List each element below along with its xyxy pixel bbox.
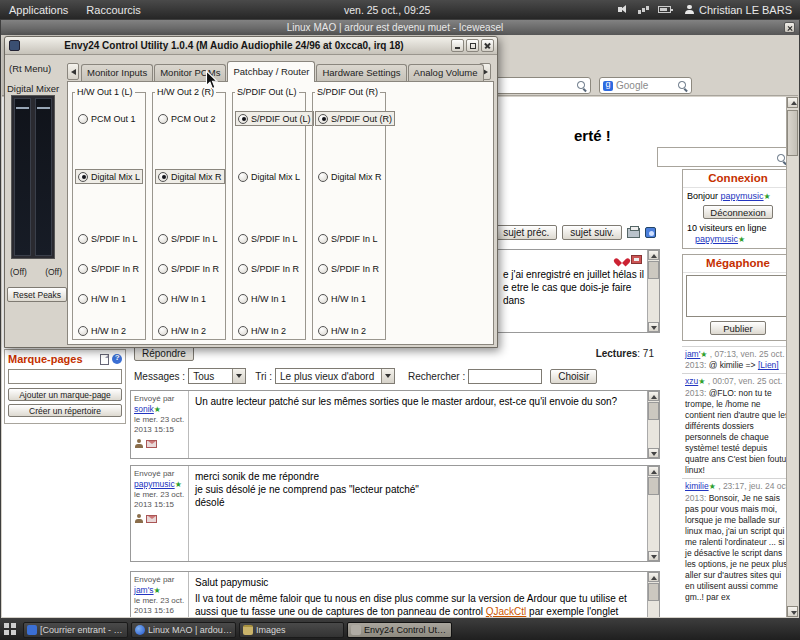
c1-radio-spdif-in-r[interactable]: S/PDIF In R [75, 261, 142, 276]
scroll-thumb[interactable] [648, 477, 659, 495]
tab-monitor-inputs[interactable]: Monitor Inputs [81, 64, 153, 81]
task-mail[interactable]: [Courrier entrant - c... [23, 622, 128, 638]
envy24-titlebar[interactable]: Envy24 Control Utility 1.0.4 (M Audio Au… [5, 37, 497, 55]
battery-icon[interactable] [658, 6, 671, 13]
scroll-down-icon[interactable] [648, 551, 659, 561]
post-scrollbar[interactable] [647, 466, 659, 561]
create-folder-button[interactable]: Créer un répertoire [8, 404, 122, 417]
c1-radio-hw-in-1[interactable]: H/W In 1 [75, 291, 129, 306]
c2-radio-hw-in-2[interactable]: H/W In 2 [155, 323, 209, 338]
scroll-up-icon[interactable] [648, 250, 659, 260]
c2-radio-hw-in-1[interactable]: H/W In 1 [155, 291, 209, 306]
chat-author-link[interactable]: kimilie [685, 481, 709, 491]
print-icon[interactable] [627, 228, 640, 238]
chat-author-link[interactable]: xzu [685, 376, 698, 386]
scroll-thumb[interactable] [648, 583, 659, 601]
task-images[interactable]: Images [239, 622, 344, 638]
c3-radio-spdif-in-r[interactable]: S/PDIF In R [235, 261, 302, 276]
browser-titlebar[interactable]: Linux MAO | ardour est devenu muet - Ice… [1, 20, 799, 35]
logout-button[interactable]: Déconnexion [703, 205, 773, 219]
c4-radio-spdif-in-l[interactable]: S/PDIF In L [315, 231, 381, 246]
c1-radio-hw-in-2[interactable]: H/W In 2 [75, 323, 129, 338]
publish-button[interactable]: Publier [710, 321, 766, 335]
avatar-icon[interactable] [134, 514, 143, 523]
c3-radio-hw-in-1[interactable]: H/W In 1 [235, 291, 289, 306]
close-button[interactable] [481, 39, 494, 52]
add-bookmark-button[interactable]: Ajouter un marque-page [8, 388, 122, 401]
messages-select[interactable]: Tous [188, 368, 246, 384]
scroll-thumb[interactable] [648, 402, 659, 420]
c3-radio-digital-mix-l[interactable]: Digital Mix L [235, 169, 303, 184]
megaphone-input[interactable] [686, 275, 790, 317]
c4-radio-digital-mix-r[interactable]: Digital Mix R [315, 169, 385, 184]
scroll-down-icon[interactable] [648, 448, 659, 458]
post-author-link[interactable]: papymusic [134, 479, 175, 489]
choisir-button[interactable]: Choisir [550, 369, 597, 384]
c3-radio-spdif-in-l[interactable]: S/PDIF In L [235, 231, 301, 246]
user-menu[interactable]: Christian LE BARS [680, 4, 796, 16]
volume-icon[interactable] [618, 4, 629, 15]
scroll-up-icon[interactable] [648, 572, 659, 582]
site-search-box[interactable] [657, 147, 790, 167]
scroll-thumb[interactable] [787, 110, 798, 156]
qjackctl-link[interactable]: QJackCtl [486, 606, 527, 617]
page-icon[interactable] [100, 354, 109, 365]
go-search-icon[interactable] [576, 80, 587, 91]
post-author-link[interactable]: sonik [134, 404, 154, 414]
email-icon[interactable] [645, 227, 656, 238]
reply-button[interactable]: Répondre [134, 346, 194, 361]
scroll-up-icon[interactable] [648, 391, 659, 401]
thread-search-input[interactable] [468, 369, 542, 384]
network-icon[interactable] [638, 5, 649, 14]
current-user-link[interactable]: papymusic [721, 191, 764, 201]
minimize-button[interactable] [451, 39, 464, 52]
shortcuts-menu[interactable]: Raccourcis [77, 0, 149, 19]
task-browser[interactable]: Linux MAO | ardour ... [131, 622, 236, 638]
scroll-up-icon[interactable] [787, 97, 798, 108]
reset-peaks-button[interactable]: Reset Peaks [7, 287, 67, 302]
tab-hardware-settings[interactable]: Hardware Settings [316, 64, 406, 81]
prev-topic-button[interactable]: sujet préc. [495, 225, 557, 240]
scroll-thumb[interactable] [648, 261, 659, 279]
search-icon[interactable] [677, 80, 688, 91]
email-icon[interactable] [146, 515, 157, 523]
scroll-down-icon[interactable] [787, 606, 798, 617]
email-icon[interactable] [146, 440, 157, 448]
c3-radio-spdif-out-l[interactable]: S/PDIF Out (L) [235, 111, 314, 126]
task-envy24[interactable]: Envy24 Control Utilit... [347, 622, 452, 638]
c3-radio-hw-in-2[interactable]: H/W In 2 [235, 323, 289, 338]
sort-select[interactable]: Le plus vieux d'abord [275, 368, 395, 384]
tabs-scroll-left-button[interactable] [67, 63, 79, 80]
c2-radio-digital-mix-r[interactable]: Digital Mix R [155, 169, 225, 184]
next-topic-button[interactable]: sujet suiv. [562, 225, 622, 240]
scroll-down-icon[interactable] [648, 322, 659, 332]
printer-icon[interactable] [631, 255, 642, 264]
tab-patchbay-router[interactable]: Patchbay / Router [227, 61, 315, 82]
c2-radio-spdif-in-l[interactable]: S/PDIF In L [155, 231, 221, 246]
c1-radio-digital-mix-l[interactable]: Digital Mix L [75, 169, 143, 184]
online-user-link[interactable]: papymusic [695, 234, 738, 244]
chat-author-link[interactable]: jam' [685, 349, 700, 359]
tab-analog-volume[interactable]: Analog Volume [408, 64, 484, 81]
clock[interactable]: ven. 25 oct., 09:25 [344, 4, 430, 16]
heart-icon[interactable] [617, 255, 627, 264]
scroll-up-icon[interactable] [648, 466, 659, 476]
post-scrollbar[interactable] [647, 250, 659, 332]
bookmark-name-input[interactable] [8, 369, 122, 384]
c1-radio-pcm-out-1[interactable]: PCM Out 1 [75, 111, 139, 126]
c4-radio-hw-in-1[interactable]: H/W In 1 [315, 291, 369, 306]
maximize-button[interactable] [466, 39, 479, 52]
c1-radio-spdif-in-l[interactable]: S/PDIF In L [75, 231, 141, 246]
c4-radio-spdif-out-r[interactable]: S/PDIF Out (R) [315, 111, 395, 126]
c2-radio-spdif-in-r[interactable]: S/PDIF In R [155, 261, 222, 276]
chat-link[interactable]: [Lien] [758, 360, 779, 370]
applications-menu[interactable]: Applications [0, 0, 77, 19]
post-author-link[interactable]: jam's [134, 585, 154, 595]
c4-radio-spdif-in-r[interactable]: S/PDIF In R [315, 261, 382, 276]
c4-radio-hw-in-2[interactable]: H/W In 2 [315, 323, 369, 338]
avatar-icon[interactable] [134, 439, 143, 448]
window-list-icon[interactable] [4, 623, 17, 636]
search-bar[interactable]: Google [599, 77, 692, 94]
help-icon[interactable] [112, 354, 122, 364]
c2-radio-pcm-out-2[interactable]: PCM Out 2 [155, 111, 219, 126]
